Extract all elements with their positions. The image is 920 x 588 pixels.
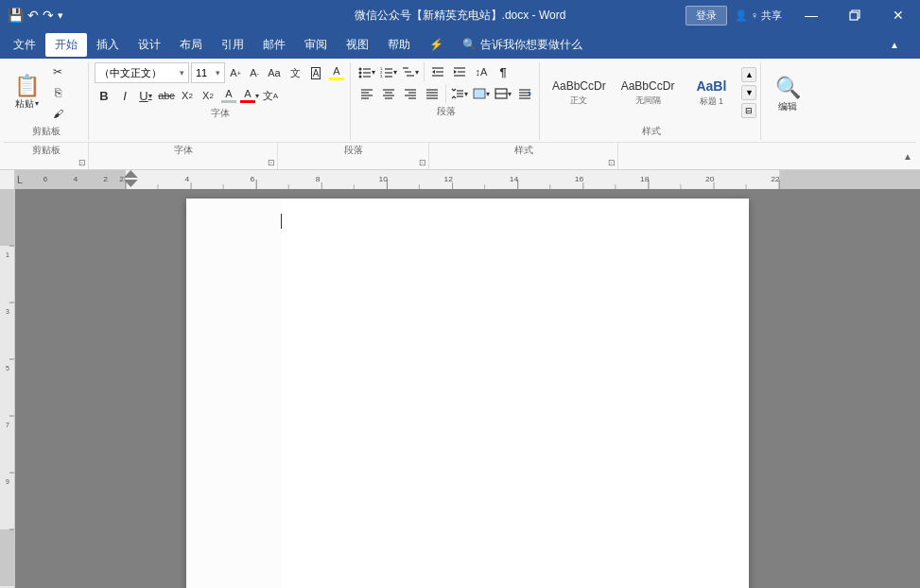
quick-more-icon[interactable]: ▾ <box>58 9 63 22</box>
menu-mail[interactable]: 邮件 <box>253 33 295 57</box>
styles-expand[interactable]: ⊡ <box>606 157 617 168</box>
cut-button[interactable]: ✂ <box>47 62 68 81</box>
char-spacing-button[interactable]: 文A <box>261 86 280 105</box>
strikethrough-button[interactable]: abc <box>157 86 176 105</box>
svg-point-1 <box>359 68 362 71</box>
style-normal[interactable]: AaBbCcDr 正文 <box>546 67 613 118</box>
left-margin <box>186 199 281 588</box>
svg-text:12: 12 <box>444 175 454 183</box>
phonetic-button[interactable]: 文 <box>286 63 304 82</box>
ribbon-bottom-labels: 剪贴板 ⊡ 字体 ⊡ 段落 ⊡ 样式 ⊡ ▲ <box>4 142 916 169</box>
show-marks-button[interactable]: ¶ <box>493 62 513 81</box>
align-center-button[interactable] <box>378 84 399 103</box>
clipboard-secondary: ✂ ⎘ 🖌 <box>47 62 68 123</box>
menu-design[interactable]: 设计 <box>129 33 170 57</box>
restore-button[interactable] <box>833 0 877 30</box>
superscript-button[interactable]: X2 <box>199 86 217 105</box>
decrease-indent-button[interactable] <box>427 62 448 81</box>
svg-text:L: L <box>17 175 23 185</box>
decrease-font-button[interactable]: A- <box>246 64 263 81</box>
style-no-spacing[interactable]: AaBbCcDr 无间隔 <box>615 67 682 118</box>
shading-button[interactable]: ▾ <box>471 84 492 103</box>
svg-text:1: 1 <box>6 251 9 258</box>
minimize-button[interactable]: — <box>790 0 833 30</box>
line-spacing-button[interactable]: ▾ <box>449 84 470 103</box>
italic-button[interactable]: I <box>115 86 134 105</box>
svg-text:2: 2 <box>103 175 108 183</box>
increase-font-button[interactable]: A+ <box>227 64 244 81</box>
svg-rect-0 <box>850 12 858 20</box>
menu-insert[interactable]: 插入 <box>87 33 129 57</box>
svg-rect-90 <box>0 246 15 529</box>
edit-button[interactable]: 🔍 编辑 <box>767 72 808 117</box>
increase-indent-button[interactable] <box>449 62 470 81</box>
menu-layout[interactable]: 布局 <box>170 33 212 57</box>
paste-button[interactable]: 📋 粘贴 ▾ <box>8 74 45 112</box>
numbered-list-button[interactable]: 1.2.3. ▾ <box>378 62 399 81</box>
save-icon[interactable]: 💾 <box>8 8 24 23</box>
menu-references[interactable]: 引用 <box>212 33 253 57</box>
close-button[interactable]: ✕ <box>877 0 920 30</box>
ruler-scale: L <box>15 170 920 189</box>
paragraph-expand[interactable]: ⊡ <box>417 157 428 168</box>
paragraph-bottom-label: 段落 ⊡ <box>278 143 429 169</box>
char-border-button[interactable]: A <box>306 63 325 82</box>
svg-rect-48 <box>15 170 126 189</box>
highlight-button[interactable]: A <box>327 63 346 82</box>
style-scroll: ▲ ▼ ⊟ <box>741 67 756 118</box>
menu-review[interactable]: 审阅 <box>295 33 337 57</box>
vertical-ruler: 1 3 5 7 9 <box>0 189 15 588</box>
menu-home[interactable]: 开始 <box>45 33 87 57</box>
svg-text:4: 4 <box>73 175 78 183</box>
underline-button[interactable]: U▾ <box>136 86 155 105</box>
style-more-button[interactable]: ⊟ <box>741 103 756 118</box>
style-scroll-up[interactable]: ▲ <box>741 67 756 82</box>
clipboard-buttons: 📋 粘贴 ▾ ✂ ⎘ 🖌 <box>8 62 84 123</box>
multilevel-list-button[interactable]: ▾ <box>400 62 421 81</box>
login-button[interactable]: 登录 <box>686 6 727 26</box>
align-right-button[interactable] <box>400 84 421 103</box>
ribbon-collapse-button[interactable]: ▲ <box>873 29 916 60</box>
clear-format-button[interactable]: Aa <box>265 63 284 82</box>
clipboard-expand[interactable]: ⊡ <box>77 157 88 168</box>
svg-text:6: 6 <box>43 175 48 183</box>
font-size-selector[interactable]: 11 ▾ <box>191 62 225 83</box>
char-shade-button[interactable]: A <box>219 86 238 105</box>
undo-icon[interactable]: ↶ <box>27 8 39 23</box>
menu-file[interactable]: 文件 <box>4 33 45 57</box>
font-expand[interactable]: ⊡ <box>266 157 277 168</box>
ribbon-content: 📋 粘贴 ▾ ✂ ⎘ 🖌 剪贴板 <box>4 62 916 140</box>
ribbon-collapse-icon[interactable]: ▲ <box>903 151 912 162</box>
style-heading1[interactable]: AaBl 标题 1 <box>683 67 739 118</box>
tell-me-input[interactable]: 🔍 告诉我你想要做什么 <box>453 33 592 57</box>
sort-button[interactable]: ↕A <box>471 62 492 81</box>
svg-rect-91 <box>0 529 15 586</box>
bold-button[interactable]: B <box>95 86 113 105</box>
font-label: 字体 <box>95 107 346 120</box>
ruler: L <box>0 170 920 189</box>
styles-label: 样式 <box>546 125 756 138</box>
style-scroll-down[interactable]: ▼ <box>741 85 756 100</box>
text-cursor <box>281 214 282 229</box>
subscript-button[interactable]: X2 <box>178 86 197 105</box>
format-painter-button[interactable]: 🖌 <box>47 104 68 123</box>
share-button[interactable]: 👤 ♀ 共享 <box>735 9 782 23</box>
redo-icon[interactable]: ↷ <box>43 8 54 23</box>
chinese-layout-button[interactable] <box>514 84 535 103</box>
document-page[interactable] <box>186 199 749 588</box>
copy-button[interactable]: ⎘ <box>47 83 68 102</box>
svg-text:10: 10 <box>378 175 388 183</box>
char-shade-bar <box>221 100 236 103</box>
align-left-button[interactable] <box>356 84 377 103</box>
document-area[interactable] <box>15 189 920 588</box>
bullet-list-button[interactable]: ▾ <box>356 62 377 81</box>
main-layout: L <box>0 170 920 588</box>
menu-view[interactable]: 视图 <box>337 33 378 57</box>
menu-help[interactable]: 帮助 <box>378 33 420 57</box>
font-color-button[interactable]: A ▾ <box>240 86 259 105</box>
border-button[interactable]: ▾ <box>493 84 513 103</box>
svg-text:14: 14 <box>510 175 519 183</box>
font-name-selector[interactable]: （中文正文） ▾ <box>95 62 189 83</box>
menu-lightning[interactable]: ⚡ <box>420 34 453 55</box>
justify-button[interactable] <box>422 84 443 103</box>
